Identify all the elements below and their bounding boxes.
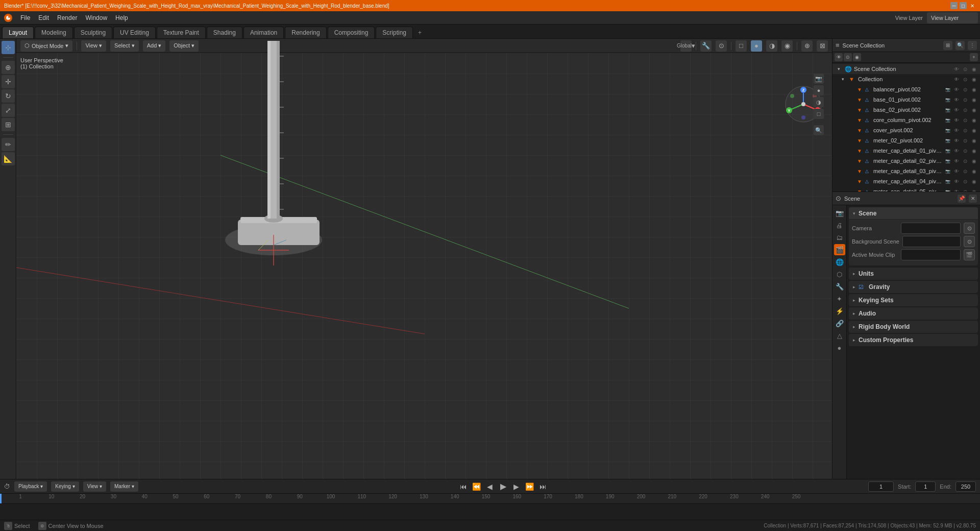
jump-start-btn[interactable]: ⏮	[458, 481, 469, 492]
item-eye-btn[interactable]: 👁	[952, 95, 961, 104]
keying-sets-header[interactable]: ▸ Keying Sets	[849, 294, 978, 306]
viewport-material-btn[interactable]: ◑	[814, 97, 824, 107]
item-eye-btn[interactable]: 👁	[952, 157, 961, 165]
background-scene-picker[interactable]: ⊙	[964, 236, 975, 247]
viewport-select-menu[interactable]: Select ▾	[110, 40, 139, 52]
gravity-section-header[interactable]: ▸ ☑ Gravity	[849, 281, 978, 293]
viewport-view-menu[interactable]: View ▾	[81, 40, 106, 52]
viewport-add-menu[interactable]: Add ▾	[143, 40, 166, 52]
outliner-item-meter_cap_detail_02_pivot_002[interactable]: ▼ △ meter_cap_detail_02_pivot.002 📷 👁 ⊙ …	[832, 156, 980, 166]
viewport-object-menu[interactable]: Object ▾	[169, 40, 199, 52]
tab-render-btn[interactable]: 📷	[834, 207, 845, 219]
outliner-item-meter_02_pivot_002[interactable]: ▼ △ meter_02_pivot.002 📷 👁 ⊙ ◉	[832, 135, 980, 146]
item-eye-btn[interactable]: 👁	[952, 136, 961, 144]
3d-viewport[interactable]: User Perspective (1) Collection	[16, 53, 832, 479]
mode-selector[interactable]: ⬡ Object Mode ▾	[20, 40, 72, 52]
item-camera-btn[interactable]: 📷	[944, 187, 952, 191]
item-select-btn[interactable]: ⊙	[961, 147, 969, 155]
tab-view-layer-btn[interactable]: 🗂	[834, 232, 845, 243]
end-frame-display[interactable]: 250	[955, 481, 976, 492]
item-camera-btn[interactable]: 📷	[944, 106, 952, 114]
movie-clip-picker[interactable]: 🎬	[964, 249, 975, 260]
outliner-options-btn[interactable]: ⋮	[968, 41, 977, 50]
background-scene-field[interactable]	[902, 236, 961, 247]
tool-measure[interactable]: 📐	[2, 152, 15, 165]
timeline-frames[interactable]: 1102030405060708090100110120130140150160…	[0, 494, 980, 520]
viewport-zoom-btn[interactable]: 🔍	[814, 125, 824, 135]
tab-constraints-btn[interactable]: 🔗	[834, 318, 845, 329]
gravity-checkbox[interactable]: ☑	[859, 284, 864, 291]
tab-object-btn[interactable]: ⬡	[834, 269, 845, 280]
props-close-btn[interactable]: ✕	[969, 195, 977, 203]
item-eye-btn[interactable]: 👁	[952, 85, 961, 93]
outliner-item-base_01_pivot_002[interactable]: ▼ △ base_01_pivot.002 📷 👁 ⊙ ◉	[832, 94, 980, 105]
tab-world-btn[interactable]: 🌐	[834, 256, 845, 268]
tool-transform[interactable]: ⊞	[2, 118, 15, 131]
props-pin-btn[interactable]: 📌	[958, 195, 966, 203]
item-render-btn[interactable]: ◉	[970, 177, 978, 185]
next-keyframe-btn[interactable]: ⏩	[524, 481, 535, 492]
outliner-search-btn[interactable]: 🔍	[955, 41, 965, 50]
coll-eye-btn[interactable]: 👁	[952, 75, 961, 83]
tab-physics-btn[interactable]: ⚡	[834, 305, 845, 317]
menu-file[interactable]: File	[16, 12, 34, 23]
outliner-filter-btn[interactable]: ⊞	[943, 41, 952, 50]
coll-render-btn[interactable]: ◉	[970, 75, 978, 83]
tab-material-btn[interactable]: ●	[834, 342, 845, 353]
minimize-button[interactable]: ─	[950, 2, 958, 9]
menu-edit[interactable]: Edit	[34, 12, 53, 23]
menu-render[interactable]: Render	[53, 12, 81, 23]
item-render-btn[interactable]: ◉	[970, 116, 978, 124]
item-render-btn[interactable]: ◉	[970, 147, 978, 155]
viewport-render-btn[interactable]: ●	[814, 85, 824, 95]
item-eye-btn[interactable]: 👁	[952, 147, 961, 155]
viewport-shading-solid[interactable]: ●	[751, 40, 762, 52]
audio-section-header[interactable]: ▸ Audio	[849, 307, 978, 320]
tool-move[interactable]: ✛	[2, 75, 15, 88]
item-camera-btn[interactable]: 📷	[944, 177, 952, 185]
outliner-item-cover_pivot_002[interactable]: ▼ △ cover_pivot.002 📷 👁 ⊙ ◉	[832, 125, 980, 135]
tab-animation[interactable]: Animation	[243, 27, 284, 38]
viewport-shading-lpe[interactable]: ◑	[766, 40, 777, 52]
tab-particles-btn[interactable]: ✦	[834, 293, 845, 304]
scene-eye-btn[interactable]: 👁	[952, 65, 961, 73]
timeline-view-menu[interactable]: View ▾	[83, 481, 106, 492]
timeline-playback-menu[interactable]: Playback ▾	[14, 481, 47, 492]
camera-picker[interactable]: ⊙	[964, 223, 975, 234]
timeline-marker-menu[interactable]: Marker ▾	[110, 481, 138, 492]
item-select-btn[interactable]: ⊙	[961, 116, 969, 124]
item-camera-btn[interactable]: 📷	[944, 116, 952, 124]
tab-texture-paint[interactable]: Texture Paint	[157, 27, 206, 38]
prev-frame-btn[interactable]: ◀	[484, 481, 496, 492]
tab-modeling[interactable]: Modeling	[35, 27, 73, 38]
global-pivot-btn[interactable]: Global▾	[680, 40, 692, 52]
item-select-btn[interactable]: ⊙	[961, 136, 969, 144]
item-eye-btn[interactable]: 👁	[952, 126, 961, 134]
outliner-item-base_02_pivot_002[interactable]: ▼ △ base_02_pivot.002 📷 👁 ⊙ ◉	[832, 105, 980, 115]
item-select-btn[interactable]: ⊙	[961, 126, 969, 134]
outliner-item-meter_cap_detail_05_pivot_002[interactable]: ▼ △ meter_cap_detail_05_pivot.002 📷 👁 ⊙ …	[832, 186, 980, 191]
item-select-btn[interactable]: ⊙	[961, 167, 969, 175]
item-select-btn[interactable]: ⊙	[961, 85, 969, 93]
scene-render-btn[interactable]: ◉	[970, 65, 978, 73]
viewport-camera-btn[interactable]: 📷	[814, 74, 824, 84]
close-button[interactable]: ✕	[969, 2, 976, 9]
play-btn[interactable]: ▶	[498, 481, 509, 492]
outliner-item-core_column_pivot_002[interactable]: ▼ △ core_column_pivot.002 📷 👁 ⊙ ◉	[832, 115, 980, 125]
current-frame-display[interactable]: 1	[868, 481, 894, 492]
outliner-collection[interactable]: ▾ ▼ Collection 👁 ⊙ ◉	[832, 74, 980, 84]
tool-cursor[interactable]: ⊕	[2, 61, 15, 74]
movie-clip-field[interactable]	[901, 249, 961, 260]
item-eye-btn[interactable]: 👁	[952, 187, 961, 191]
menu-window[interactable]: Window	[81, 12, 111, 23]
next-frame-btn[interactable]: ▶	[511, 481, 522, 492]
custom-properties-header[interactable]: ▸ Custom Properties	[849, 334, 978, 346]
tool-annotate[interactable]: ✏	[2, 138, 15, 151]
scene-select-btn[interactable]: ⊙	[961, 65, 969, 73]
outliner-item-balancer_pivot_002[interactable]: ▼ △ balancer_pivot.002 📷 👁 ⊙ ◉	[832, 84, 980, 94]
tab-layout[interactable]: Layout	[2, 27, 34, 38]
filter-active[interactable]: ◉	[853, 53, 861, 61]
item-camera-btn[interactable]: 📷	[944, 167, 952, 175]
proportional-edit-btn[interactable]: ⊙	[716, 40, 727, 52]
outliner-add-btn[interactable]: +	[970, 53, 978, 61]
